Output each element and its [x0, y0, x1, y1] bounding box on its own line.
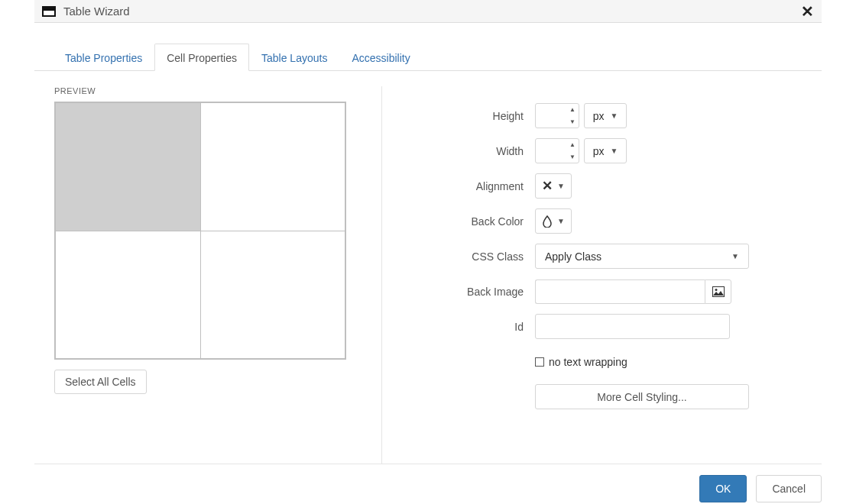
row-id: Id — [401, 314, 810, 339]
chevron-down-icon: ▼ — [557, 182, 565, 190]
cssclass-label: CSS Class — [401, 250, 535, 263]
row-nowrap: no text wrapping — [401, 349, 810, 374]
row-backimage: Back Image — [401, 279, 810, 304]
backcolor-label: Back Color — [401, 215, 535, 228]
titlebar-title: Table Wizard — [63, 5, 130, 18]
preview-cell[interactable] — [55, 102, 200, 231]
preview-grid — [54, 102, 346, 360]
row-cssclass: CSS Class Apply Class ▼ — [401, 244, 810, 269]
row-width: Width ▲ ▼ px ▼ — [401, 138, 810, 163]
tab-accessibility[interactable]: Accessibility — [339, 44, 422, 71]
height-step-down[interactable]: ▼ — [566, 116, 579, 128]
tab-cell-properties[interactable]: Cell Properties — [154, 44, 249, 71]
width-label: Width — [401, 145, 535, 157]
chevron-down-icon: ▼ — [557, 217, 565, 225]
alignment-label: Alignment — [401, 180, 535, 192]
width-unit-select[interactable]: px ▼ — [584, 138, 627, 163]
preview-label: PREVIEW — [54, 86, 351, 95]
nowrap-label: no text wrapping — [549, 356, 627, 368]
more-cell-styling-button[interactable]: More Cell Styling... — [535, 384, 749, 409]
width-value[interactable] — [536, 139, 566, 163]
height-unit-select[interactable]: px ▼ — [584, 103, 627, 128]
height-label: Height — [401, 110, 535, 122]
id-input[interactable] — [535, 314, 730, 339]
cancel-button[interactable]: Cancel — [756, 475, 822, 502]
select-all-cells-button[interactable]: Select All Cells — [54, 370, 147, 394]
image-icon — [712, 286, 725, 297]
window-icon — [42, 6, 56, 17]
backimage-input[interactable] — [535, 279, 705, 304]
cssclass-value: Apply Class — [545, 250, 731, 263]
row-alignment: Alignment ✕ ▼ — [401, 173, 810, 199]
width-input[interactable]: ▲ ▼ — [535, 138, 579, 163]
row-backcolor: Back Color ▼ — [401, 208, 810, 234]
properties-pane: Height ▲ ▼ px ▼ Width — [382, 86, 822, 464]
row-height: Height ▲ ▼ px ▼ — [401, 103, 810, 128]
row-morestyling: More Cell Styling... — [401, 384, 810, 409]
content-area: PREVIEW Select All Cells Height — [34, 86, 822, 464]
chevron-down-icon: ▼ — [610, 111, 618, 120]
tab-table-properties[interactable]: Table Properties — [53, 44, 154, 71]
height-step-up[interactable]: ▲ — [566, 104, 579, 116]
droplet-icon — [542, 215, 553, 228]
chevron-down-icon: ▼ — [610, 147, 618, 155]
svg-point-1 — [715, 289, 717, 291]
backimage-browse-button[interactable] — [705, 279, 731, 304]
chevron-down-icon: ▼ — [731, 252, 739, 260]
width-step-up[interactable]: ▲ — [566, 139, 579, 151]
x-icon: ✕ — [542, 178, 553, 194]
width-unit-value: px — [593, 145, 605, 157]
tab-table-layouts[interactable]: Table Layouts — [249, 44, 339, 71]
preview-cell[interactable] — [200, 231, 345, 359]
width-step-down[interactable]: ▼ — [566, 151, 579, 163]
preview-cell[interactable] — [200, 102, 345, 231]
alignment-select[interactable]: ✕ ▼ — [535, 173, 572, 199]
dialog-footer: OK Cancel — [34, 475, 822, 502]
table-wizard-dialog: Table Wizard ✕ Table Properties Cell Pro… — [0, 0, 856, 504]
height-input[interactable]: ▲ ▼ — [535, 103, 579, 128]
tab-row: Table Properties Cell Properties Table L… — [34, 43, 822, 71]
ok-button[interactable]: OK — [699, 475, 747, 502]
nowrap-checkbox[interactable] — [535, 357, 544, 367]
height-unit-value: px — [593, 110, 605, 122]
backcolor-picker[interactable]: ▼ — [535, 208, 572, 234]
preview-cell[interactable] — [55, 231, 200, 359]
backimage-label: Back Image — [401, 286, 535, 298]
cssclass-select[interactable]: Apply Class ▼ — [535, 244, 749, 269]
id-label: Id — [401, 321, 535, 333]
titlebar: Table Wizard ✕ — [34, 0, 822, 23]
close-icon[interactable]: ✕ — [801, 4, 814, 19]
height-value[interactable] — [536, 104, 566, 128]
preview-pane: PREVIEW Select All Cells — [34, 86, 382, 464]
